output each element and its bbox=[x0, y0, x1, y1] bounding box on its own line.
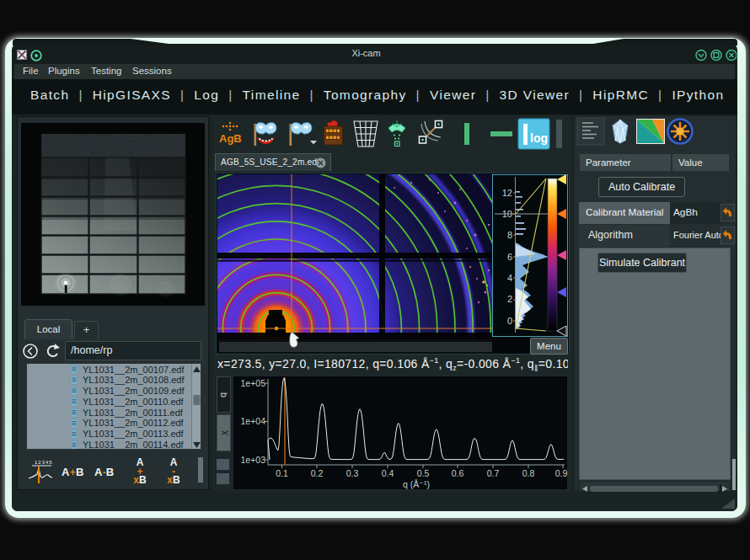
svg-text:2: 2 bbox=[507, 294, 512, 304]
svg-text:4: 4 bbox=[507, 273, 512, 283]
svg-text:0: 0 bbox=[507, 316, 512, 326]
svg-text:AgB: AgB bbox=[219, 132, 242, 145]
svg-text:0.5: 0.5 bbox=[417, 468, 430, 478]
svg-text:6: 6 bbox=[507, 252, 512, 262]
svg-text:1e+05: 1e+05 bbox=[241, 378, 266, 388]
svg-text:1e+03: 1e+03 bbox=[241, 455, 266, 465]
svg-text:0.1: 0.1 bbox=[276, 468, 288, 478]
svg-text:12345: 12345 bbox=[35, 460, 53, 465]
svg-text:1e+04: 1e+04 bbox=[241, 416, 266, 426]
svg-text:0.4: 0.4 bbox=[382, 468, 394, 478]
svg-text:0.6: 0.6 bbox=[452, 468, 464, 478]
svg-text:0.2: 0.2 bbox=[311, 468, 324, 478]
svg-text:log: log bbox=[530, 131, 548, 145]
svg-text:8: 8 bbox=[507, 230, 512, 240]
svg-text:q (Å⁻¹): q (Å⁻¹) bbox=[403, 479, 430, 489]
svg-text:0.3: 0.3 bbox=[346, 468, 359, 478]
svg-text:0.8: 0.8 bbox=[522, 468, 535, 478]
svg-text:0.7: 0.7 bbox=[487, 468, 500, 478]
svg-text:12: 12 bbox=[502, 188, 512, 198]
svg-text:0.9: 0.9 bbox=[555, 468, 568, 478]
